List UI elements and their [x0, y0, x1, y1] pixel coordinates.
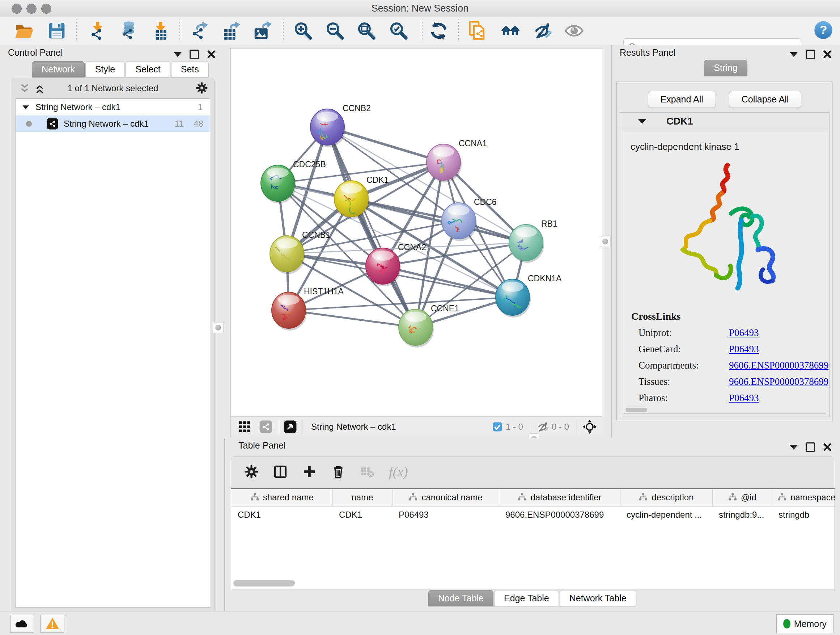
birds-eye-view-icon[interactable] [583, 420, 597, 434]
table-panel-float-icon[interactable] [806, 442, 815, 452]
memory-button[interactable]: Memory [776, 614, 834, 633]
control-tab-network[interactable]: Network [32, 61, 85, 78]
tab-string[interactable]: String [704, 60, 747, 76]
hidden-eye-icon[interactable] [537, 421, 549, 433]
network-options-gear-icon[interactable] [196, 82, 208, 94]
crosslink-link[interactable]: P06493 [729, 344, 759, 355]
network-row[interactable]: String Network – cdk1 11 48 [16, 116, 210, 132]
grid-view-icon[interactable] [238, 420, 251, 433]
table-cell[interactable]: cyclin-dependent ... [620, 506, 712, 523]
network-view-area: CCNB2CCNA1CDC25BCDK1CDC6RB1CCNB1CCNA2CDK… [224, 45, 611, 438]
network-node-CDK1[interactable]: CDK1 [334, 175, 388, 219]
add-column-icon[interactable] [302, 464, 317, 479]
results-panel-collapse-icon[interactable] [790, 52, 798, 57]
network-node-RB1[interactable]: RB1 [509, 219, 557, 263]
table-cell[interactable]: CDK1 [231, 506, 332, 523]
import-network-from-database-icon[interactable] [118, 21, 138, 41]
crosslink-label: Compartments: [638, 360, 729, 371]
export-table-icon[interactable] [221, 21, 240, 41]
control-panel-float-icon[interactable] [189, 50, 199, 59]
save-session-icon[interactable] [47, 21, 66, 41]
table-cell[interactable]: stringdb:9... [712, 506, 772, 523]
share-view-icon[interactable] [259, 420, 273, 434]
toolbar-separator [180, 19, 180, 41]
table-cell[interactable]: 9606.ENSP00000378699 [499, 506, 620, 523]
control-panel-close-icon[interactable] [207, 50, 216, 59]
detach-view-icon[interactable] [283, 420, 297, 434]
import-network-from-file-icon[interactable] [88, 21, 107, 41]
network-node-CDC6[interactable]: CDC6 [442, 197, 497, 241]
open-session-icon[interactable] [14, 21, 34, 41]
hide-unselected-icon[interactable] [532, 21, 552, 41]
control-tab-style[interactable]: Style [85, 61, 125, 78]
table-tab-node-table[interactable]: Node Table [428, 590, 493, 606]
column-header-namespace[interactable]: namespace [772, 489, 835, 506]
right-splitter-handle[interactable] [600, 236, 611, 247]
table-hscrollbar[interactable] [233, 580, 295, 586]
crosslink-link[interactable]: 9606.ENSP00000378699 [729, 376, 829, 387]
cloud-button[interactable] [10, 615, 34, 633]
selected-checkbox-icon[interactable] [492, 421, 503, 432]
control-panel: Control Panel NetworkStyleSelectSets 1 o… [0, 45, 225, 438]
crosslink-link[interactable]: 9606.ENSP00000378699 [729, 360, 829, 371]
delete-column-icon[interactable] [331, 464, 346, 479]
expand-all-button[interactable]: Expand All [648, 91, 716, 108]
collection-expand-icon[interactable] [22, 105, 29, 109]
gene-section-collapse-icon[interactable] [638, 119, 646, 124]
table-panel-close-icon[interactable] [823, 443, 832, 451]
network-node-CCNA1[interactable]: CCNA1 [426, 139, 487, 182]
column-header-description[interactable]: description [620, 489, 712, 506]
network-node-CCNB2[interactable]: CCNB2 [310, 103, 371, 147]
table-options-gear-icon[interactable] [244, 464, 259, 479]
network-edge[interactable] [289, 310, 416, 327]
column-header-@id[interactable]: @id [712, 489, 772, 506]
warnings-button[interactable] [41, 615, 65, 633]
collapse-all-button[interactable]: Collapse All [729, 91, 802, 108]
results-panel-float-icon[interactable] [806, 50, 815, 59]
zoom-out-icon[interactable] [325, 21, 345, 41]
network-canvas[interactable]: CCNB2CCNA1CDC25BCDK1CDC6RB1CCNB1CCNA2CDK… [231, 48, 602, 417]
column-header-canonical-name[interactable]: canonical name [392, 489, 499, 506]
copy-network-icon[interactable] [468, 21, 488, 41]
column-header-database-identifier[interactable]: database identifier [499, 489, 620, 506]
show-all-icon[interactable] [564, 21, 584, 41]
table-cell[interactable]: CDK1 [332, 506, 392, 523]
column-header-shared-name[interactable]: shared name [231, 489, 332, 506]
results-panel-close-icon[interactable] [823, 50, 832, 59]
toolbar-separator [283, 19, 284, 41]
control-tab-sets[interactable]: Sets [171, 61, 209, 78]
network-collection-row[interactable]: String Network – cdk1 1 [16, 99, 210, 116]
export-network-icon[interactable] [189, 21, 209, 41]
zoom-selected-icon[interactable] [389, 21, 409, 41]
control-tab-select[interactable]: Select [126, 61, 170, 78]
column-header-name[interactable]: name [332, 489, 392, 506]
network-node-CDKN1A[interactable]: CDKN1A [496, 274, 562, 318]
table-panel-collapse-icon[interactable] [790, 445, 798, 450]
table-cell[interactable]: stringdb [772, 506, 835, 523]
node-table[interactable]: shared namenamecanonical namedatabase id… [231, 488, 835, 589]
toolbar-separator [302, 420, 302, 434]
zoom-fit-icon[interactable] [357, 21, 376, 41]
control-panel-collapse-icon[interactable] [174, 52, 182, 57]
table-cell[interactable]: P06493 [392, 506, 499, 523]
column-type-icon [638, 492, 648, 502]
network-edge-count: 48 [194, 119, 203, 129]
refresh-icon[interactable] [429, 21, 448, 41]
network-label: String Network – cdk1 [64, 119, 149, 129]
left-splitter-handle[interactable] [213, 322, 224, 333]
network-edge[interactable] [327, 127, 416, 327]
crosslink-link[interactable]: P06493 [729, 327, 759, 339]
help-icon[interactable]: ? [813, 20, 833, 40]
table-row[interactable]: CDK1CDK1P064939606.ENSP00000378699cyclin… [231, 506, 835, 523]
table-tab-edge-table[interactable]: Edge Table [494, 590, 559, 606]
results-hscrollbar[interactable] [625, 408, 647, 412]
import-table-icon[interactable] [151, 21, 171, 41]
network-node-CDC25B[interactable]: CDC25B [261, 160, 326, 203]
home-networks-icon[interactable] [501, 21, 520, 41]
status-bar: Memory [0, 611, 840, 635]
crosslink-link[interactable]: P06493 [729, 393, 759, 404]
table-tab-network-table[interactable]: Network Table [560, 590, 636, 606]
show-columns-icon[interactable] [273, 464, 287, 479]
export-image-icon[interactable] [252, 21, 272, 41]
zoom-in-icon[interactable] [294, 21, 313, 41]
